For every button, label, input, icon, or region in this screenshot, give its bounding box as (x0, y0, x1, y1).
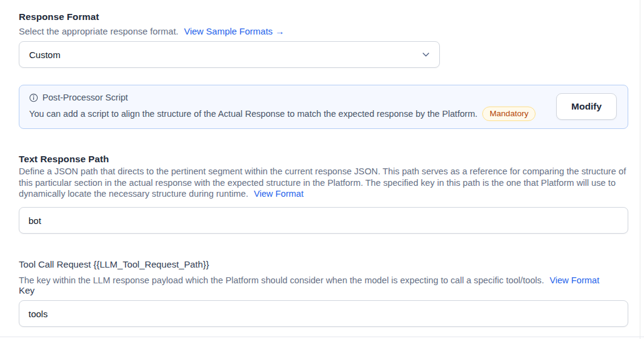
tool-call-request-title: Tool Call Request {{LLM_Tool_Request_Pat… (19, 259, 209, 269)
text-response-path-description-line3: dynamically locate the necessary structu… (19, 188, 628, 200)
view-format-link-tool-call[interactable]: View Format (549, 275, 599, 285)
text-response-path-title: Text Response Path (19, 154, 109, 165)
response-format-select[interactable]: Custom (19, 41, 440, 68)
response-format-settings-panel: Response Format Select the appropriate r… (0, 0, 644, 339)
key-label: Key (19, 285, 35, 295)
text-response-path-description-line1: Define a JSON path that directs to the p… (19, 166, 628, 177)
response-format-description-text: Select the appropriate response format. (19, 26, 178, 36)
mandatory-badge: Mandatory (482, 107, 536, 121)
tool-call-request-description: The key within the LLM response payload … (19, 275, 628, 286)
response-format-title: Response Format (19, 12, 99, 22)
view-sample-formats-link[interactable]: View Sample Formats → (184, 26, 285, 36)
view-format-link-text-response[interactable]: View Format (254, 189, 304, 199)
post-processor-banner: Post-Processor Script You can add a scri… (19, 85, 628, 129)
bottom-divider (0, 337, 644, 337)
right-panel-divider (640, 0, 640, 339)
post-processor-description: You can add a script to align the struct… (29, 109, 477, 119)
tool-call-key-input[interactable] (19, 300, 628, 327)
chevron-down-icon (421, 50, 431, 59)
modify-button[interactable]: Modify (556, 93, 617, 120)
info-icon (29, 93, 38, 102)
text-response-path-input[interactable] (19, 207, 628, 234)
post-processor-title: Post-Processor Script (42, 93, 128, 102)
text-response-path-description: Define a JSON path that directs to the p… (19, 166, 628, 200)
response-format-select-value: Custom (29, 50, 61, 60)
text-response-path-description-line2: this particular section in the actual re… (19, 177, 628, 189)
response-format-description: Select the appropriate response format. … (19, 26, 284, 36)
